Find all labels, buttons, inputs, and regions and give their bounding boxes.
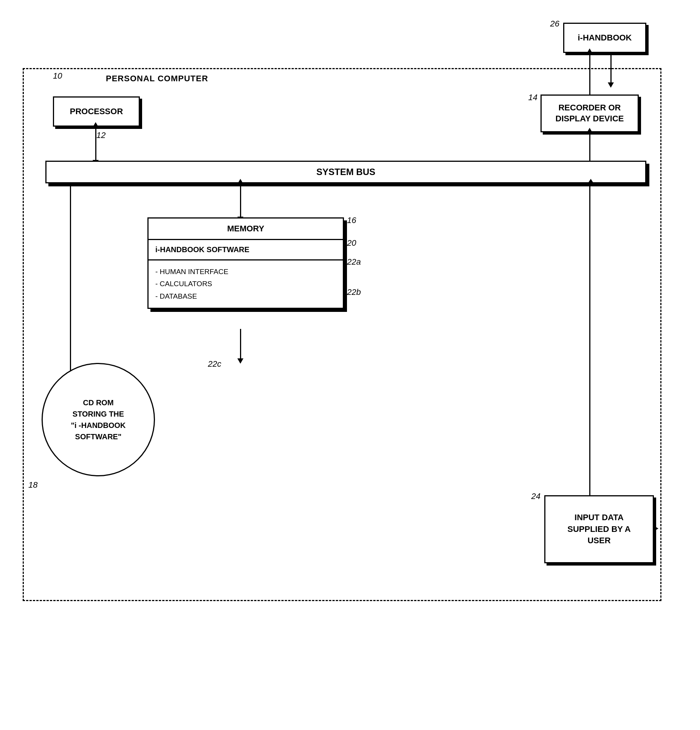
label-26: 26 (550, 19, 559, 29)
system-bus-box: SYSTEM BUS (45, 161, 646, 183)
label-22a: 22a (347, 257, 361, 267)
memory-components-row: - HUMAN INTERFACE - CALCULATORS - DATABA… (149, 260, 343, 308)
recorder-label: RECORDER ORDISPLAY DEVICE (556, 102, 624, 124)
input-data-box: INPUT DATASUPPLIED BY AUSER (544, 495, 654, 563)
memory-label: MEMORY (227, 224, 264, 233)
recorder-box: RECORDER ORDISPLAY DEVICE (540, 95, 639, 132)
processor-label: PROCESSOR (70, 107, 123, 116)
label-18: 18 (28, 480, 37, 490)
input-data-label: INPUT DATASUPPLIED BY AUSER (567, 512, 630, 547)
ihandbook-label: i-HANDBOOK (578, 33, 632, 43)
arrow-memory-down (240, 329, 241, 359)
label-10: 10 (53, 71, 62, 81)
arrow-processor-bus (95, 127, 96, 161)
label-24: 24 (531, 491, 540, 501)
label-12: 12 (96, 130, 105, 140)
arrow-recorder-bus (589, 132, 590, 163)
memory-box: MEMORY i-HANDBOOK SOFTWARE - HUMAN INTER… (147, 217, 344, 309)
cdrom-label: CD ROMSTORING THE"i -HANDBOOKSOFTWARE" (71, 397, 125, 442)
pc-label: PERSONAL COMPUTER (106, 74, 208, 84)
system-bus-label: SYSTEM BUS (316, 167, 375, 177)
label-20: 20 (347, 238, 356, 248)
line-bus-to-input (589, 183, 590, 497)
memory-header: MEMORY (149, 219, 343, 240)
label-14: 14 (528, 93, 537, 102)
arrow-bus-memory (240, 183, 241, 217)
memory-ihandbook-sw-row: i-HANDBOOK SOFTWARE (149, 240, 343, 260)
label-22b: 22b (347, 287, 361, 297)
label-16: 16 (347, 215, 356, 225)
ihandbook-sw-label: i-HANDBOOK SOFTWARE (155, 245, 249, 254)
ihandbook-box: i-HANDBOOK (563, 23, 646, 53)
label-22c: 22c (208, 359, 221, 369)
cdrom-circle: CD ROMSTORING THE"i -HANDBOOKSOFTWARE" (42, 363, 155, 476)
diagram-container: i-HANDBOOK 26 PERSONAL COMPUTER 10 PROCE… (23, 15, 677, 715)
